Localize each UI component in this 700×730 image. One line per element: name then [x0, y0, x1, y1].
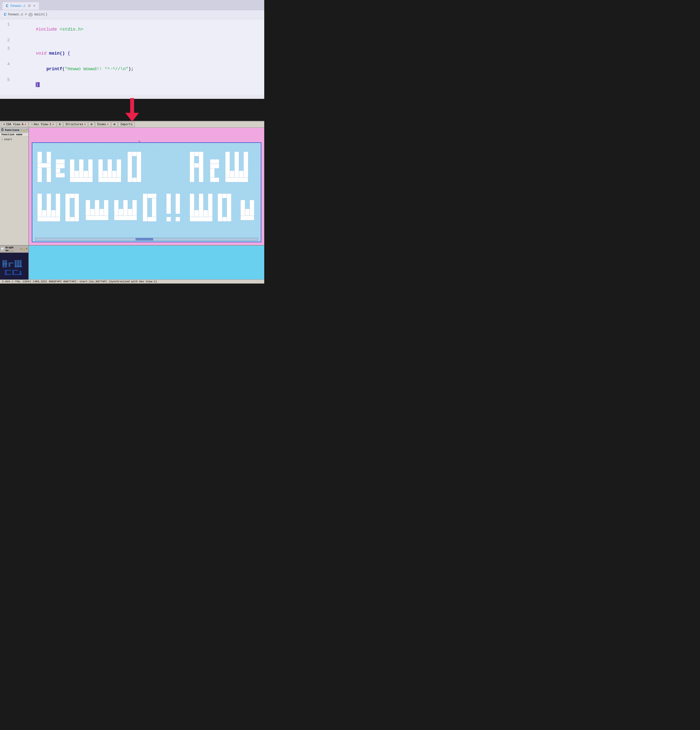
svg-rect-57	[175, 194, 180, 214]
line-content-4[interactable]: printf("Hewwo Wowwd!! *^-^//\n");	[15, 62, 264, 76]
arrow-shaft	[130, 98, 134, 113]
line-number-4: 4	[0, 62, 15, 67]
functions-close-btn[interactable]: ×	[26, 128, 28, 131]
svg-rect-28	[137, 152, 142, 182]
functions-lock-btn[interactable]: 🔒	[22, 128, 25, 131]
graph-overview-title: 📊 Graph ov...	[1, 246, 20, 252]
svg-rect-43	[90, 209, 95, 216]
svg-rect-38	[75, 194, 79, 221]
down-arrow	[125, 98, 139, 121]
code-area: 1 #include <stdio.h> 2 3 void main() { 4…	[0, 19, 264, 95]
tab-hex-view-1[interactable]: ○ Hex View-1 ×	[29, 122, 56, 127]
string-literal: "Hewwo Wowwd!! *^-^//\n"	[65, 67, 128, 72]
tab-hex-view-a-indicator[interactable]: A	[57, 122, 63, 127]
enums-label: Enums	[97, 123, 106, 126]
svg-rect-50	[128, 209, 132, 216]
graph-overview-panel: 📊 Graph ov... □ 🔒 ×	[0, 245, 29, 279]
svg-rect-66	[210, 178, 219, 182]
graph-panel[interactable]: ↖	[29, 128, 264, 245]
svg-rect-102	[5, 274, 11, 275]
functions-list: ✓ start	[0, 137, 28, 245]
enums-close[interactable]: ×	[107, 123, 109, 126]
svg-rect-9	[56, 159, 64, 164]
svg-rect-65	[210, 164, 219, 169]
line-content-5[interactable]: }	[15, 77, 264, 92]
tab-imports[interactable]: Imports	[118, 122, 135, 127]
arrow-head	[125, 113, 139, 121]
svg-rect-11	[56, 164, 64, 169]
breadcrumb-cube-icon	[28, 12, 33, 17]
editor-tab[interactable]: C hewwo.c U ×	[3, 2, 39, 10]
tab-enums[interactable]: Enums ×	[95, 122, 111, 127]
line-content-2[interactable]	[15, 38, 264, 42]
graph-overview-lock[interactable]: 🔒	[22, 248, 25, 251]
svg-rect-70	[225, 178, 248, 182]
svg-rect-54	[152, 198, 156, 217]
svg-rect-103	[12, 274, 22, 275]
tab-close-button[interactable]: ×	[33, 4, 35, 8]
ida-statusbar: 2.01% (-758,-2254) (405,325) 0002F4FC 08…	[0, 279, 264, 283]
svg-rect-90	[3, 263, 7, 264]
tab-structures[interactable]: Structures ×	[63, 122, 88, 127]
breadcrumb-file[interactable]: hewwo.c	[8, 12, 23, 17]
function-item-start[interactable]: ✓ start	[0, 137, 28, 142]
ida-view-a-icon: ≡	[3, 123, 5, 126]
svg-rect-33	[42, 210, 47, 217]
line-content-3[interactable]: void main() {	[15, 46, 264, 61]
graph-overview-controls: □ 🔒 ×	[20, 248, 28, 251]
svg-rect-34	[51, 210, 56, 217]
printf-call: printf	[47, 67, 62, 72]
svg-rect-24	[112, 171, 117, 178]
function-name-main: main()	[49, 51, 65, 56]
svg-rect-51	[143, 194, 147, 221]
svg-rect-52	[147, 194, 156, 198]
svg-rect-72	[239, 171, 244, 178]
enums-extra-icon: ⊠	[114, 123, 115, 126]
ida-view-a-close[interactable]: ×	[25, 123, 26, 126]
svg-rect-22	[98, 178, 121, 182]
svg-rect-16	[70, 178, 93, 182]
graph-horizontal-scrollbar[interactable]	[35, 238, 258, 241]
svg-rect-53	[147, 217, 156, 222]
svg-rect-78	[203, 210, 208, 217]
hex-a-icon: A	[59, 123, 61, 126]
svg-rect-63	[210, 159, 219, 164]
functions-column-header: Function name	[0, 133, 28, 137]
svg-rect-48	[114, 216, 137, 220]
breadcrumb-symbol[interactable]: main()	[34, 12, 47, 17]
line-content-1[interactable]: #include <stdio.h>	[15, 22, 264, 37]
graph-scrollbar-thumb[interactable]	[136, 238, 153, 241]
code-line-1: 1 #include <stdio.h>	[0, 22, 264, 37]
svg-rect-37	[65, 194, 70, 221]
code-line-4: 4 printf("Hewwo Wowwd!! *^-^//\n");	[0, 61, 264, 77]
include-header: <stdio.h>	[60, 27, 83, 32]
ida-container: ≡ IDA View-A × ○ Hex View-1 × A Structur…	[0, 121, 264, 283]
tab-bar: C hewwo.c U ×	[0, 0, 264, 10]
svg-rect-17	[75, 171, 79, 178]
tab-filename: hewwo.c	[10, 4, 26, 8]
graph-overview-minimize[interactable]: □	[20, 248, 22, 251]
tab-enums-icon[interactable]: ⊠	[111, 122, 117, 127]
graph-overview-chart-icon: 📊	[1, 248, 4, 251]
structures-close[interactable]: ×	[84, 123, 86, 126]
svg-rect-91	[9, 263, 13, 263]
structures-grid-icon: ⊞	[91, 123, 92, 126]
imports-label: Imports	[120, 123, 133, 126]
ida-bottom: 📊 Graph ov... □ 🔒 ×	[0, 245, 264, 279]
cursor-brace: }	[36, 82, 39, 87]
graph-overview-canvas	[0, 253, 28, 280]
tab-ida-view-a[interactable]: ≡ IDA View-A ×	[1, 122, 28, 127]
graph-overview-close[interactable]: ×	[26, 248, 28, 251]
svg-rect-92	[9, 263, 10, 267]
function-item-icon: ✓	[1, 138, 3, 141]
functions-title-row: 🗒 Functions	[1, 128, 19, 132]
hex-view-1-close[interactable]: ×	[53, 123, 54, 126]
tab-structures-grid[interactable]: ⊞	[88, 122, 95, 127]
svg-rect-23	[103, 171, 108, 178]
line-number-1: 1	[0, 22, 15, 27]
svg-rect-18	[84, 171, 88, 178]
svg-rect-49	[119, 209, 123, 216]
functions-minimize-btn[interactable]: □	[20, 128, 22, 131]
svg-rect-77	[194, 210, 199, 217]
graph-overview-header: 📊 Graph ov... □ 🔒 ×	[0, 245, 28, 253]
